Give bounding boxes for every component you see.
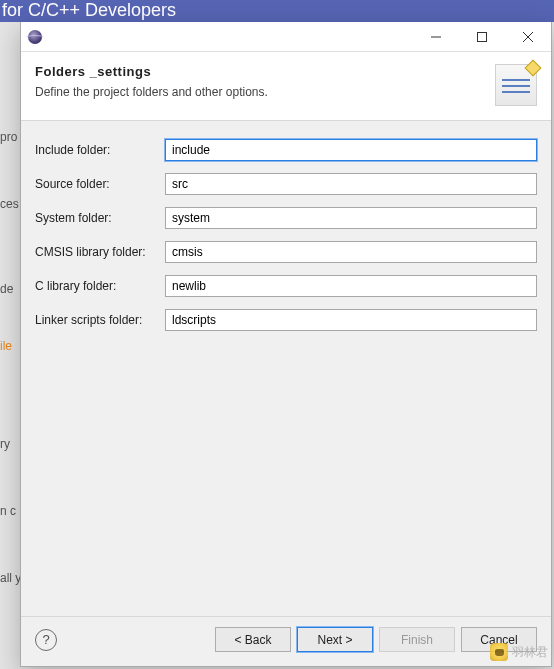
page-title: Folders _settings — [35, 64, 485, 79]
include-folder-input[interactable] — [165, 139, 537, 161]
finish-button: Finish — [379, 627, 455, 652]
next-button[interactable]: Next > — [297, 627, 373, 652]
label-linker: Linker scripts folder: — [35, 313, 165, 327]
row-clib: C library folder: — [35, 275, 537, 297]
row-source: Source folder: — [35, 173, 537, 195]
bg-text: all y — [0, 571, 20, 585]
wizard-dialog: Folders _settings Define the project fol… — [20, 22, 552, 667]
label-system: System folder: — [35, 211, 165, 225]
c-library-folder-input[interactable] — [165, 275, 537, 297]
cmsis-library-folder-input[interactable] — [165, 241, 537, 263]
form-body: Include folder: Source folder: System fo… — [21, 121, 551, 616]
close-button[interactable] — [505, 22, 551, 51]
eclipse-icon — [21, 22, 49, 51]
label-cmsis: CMSIS library folder: — [35, 245, 165, 259]
bg-text: pro — [0, 130, 20, 144]
label-include: Include folder: — [35, 143, 165, 157]
bg-title-fragment: for C/C++ Developers — [0, 0, 554, 22]
cancel-button[interactable]: Cancel — [461, 627, 537, 652]
row-system: System folder: — [35, 207, 537, 229]
dialog-footer: ? < Back Next > Finish Cancel — [21, 616, 551, 666]
dialog-header: Folders _settings Define the project fol… — [21, 52, 551, 121]
bg-text: ile — [0, 339, 20, 353]
bg-text: ry — [0, 437, 20, 451]
maximize-button[interactable] — [459, 22, 505, 51]
source-folder-input[interactable] — [165, 173, 537, 195]
titlebar-spacer — [49, 22, 413, 51]
help-button[interactable]: ? — [35, 629, 57, 651]
titlebar — [21, 22, 551, 52]
back-button[interactable]: < Back — [215, 627, 291, 652]
bg-text: ces — [0, 197, 20, 211]
close-icon — [523, 32, 533, 42]
system-folder-input[interactable] — [165, 207, 537, 229]
row-include: Include folder: — [35, 139, 537, 161]
bg-text: de — [0, 282, 20, 296]
row-linker: Linker scripts folder: — [35, 309, 537, 331]
linker-scripts-folder-input[interactable] — [165, 309, 537, 331]
help-icon: ? — [42, 632, 49, 647]
svg-rect-0 — [478, 32, 487, 41]
wizard-banner-icon — [495, 64, 537, 106]
row-cmsis: CMSIS library folder: — [35, 241, 537, 263]
label-source: Source folder: — [35, 177, 165, 191]
minimize-button[interactable] — [413, 22, 459, 51]
label-clib: C library folder: — [35, 279, 165, 293]
bg-text: n c — [0, 504, 20, 518]
minimize-icon — [431, 32, 441, 42]
page-subtitle: Define the project folders and other opt… — [35, 85, 485, 99]
maximize-icon — [477, 32, 487, 42]
